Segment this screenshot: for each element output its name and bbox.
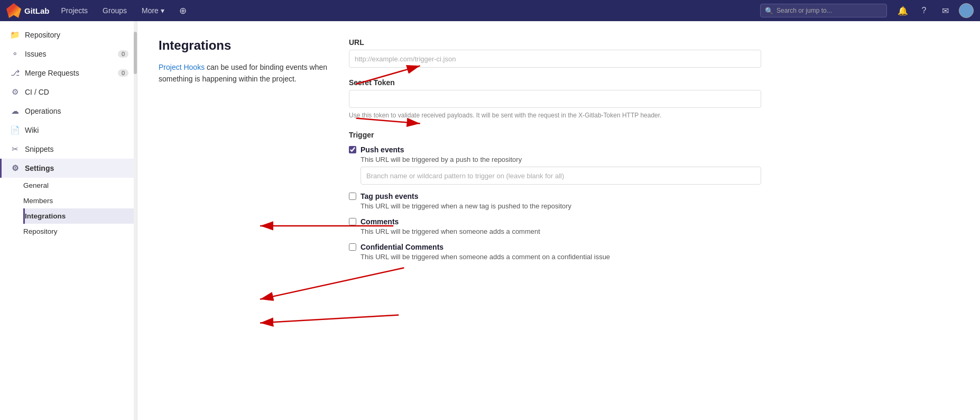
tag-push-events-desc: This URL will be triggered when a new ta… bbox=[349, 202, 761, 210]
confidential-comments-desc: This URL will be triggered when someone … bbox=[349, 253, 761, 261]
main-content: Integrations Project Hooks can be used f… bbox=[137, 21, 980, 420]
confidential-comments-label[interactable]: Confidential Comments bbox=[360, 243, 443, 251]
sidebar-item-settings[interactable]: ⚙ Settings bbox=[0, 159, 137, 178]
page-title: Integrations bbox=[159, 38, 328, 53]
repository-icon: 📁 bbox=[10, 30, 20, 40]
sidebar-item-repository[interactable]: 📁 Repository bbox=[0, 25, 137, 44]
nav-icons-group: 🔔 ? ✉ bbox=[895, 3, 974, 18]
sidebar-sub-repository[interactable]: Repository bbox=[23, 224, 137, 239]
tag-push-events-label[interactable]: Tag push events bbox=[360, 192, 418, 200]
trigger-push-header: Push events bbox=[349, 145, 761, 154]
sidebar-sub-general[interactable]: General bbox=[23, 178, 137, 193]
intro-text: Project Hooks can be used for binding ev… bbox=[159, 61, 328, 85]
scrollbar-track[interactable] bbox=[134, 21, 137, 420]
push-events-checkbox[interactable] bbox=[349, 146, 356, 153]
search-bar[interactable]: 🔍 Search or jump to... bbox=[760, 4, 887, 17]
push-branch-input[interactable] bbox=[360, 167, 761, 185]
chevron-down-icon: ▾ bbox=[161, 6, 164, 15]
sidebar-sub-label: General bbox=[23, 181, 128, 189]
nav-projects[interactable]: Projects bbox=[58, 6, 91, 15]
sidebar-item-label: Merge Requests bbox=[25, 69, 113, 77]
sidebar-item-wiki[interactable]: 📄 Wiki bbox=[0, 121, 137, 140]
tag-push-events-checkbox[interactable] bbox=[349, 193, 356, 200]
secret-token-field-group: Secret Token Use this token to validate … bbox=[349, 78, 761, 120]
bell-icon[interactable]: 🔔 bbox=[895, 3, 910, 18]
snippets-icon: ✂ bbox=[10, 144, 20, 154]
operations-icon: ☁ bbox=[10, 106, 20, 116]
secret-hint: Use this token to validate received payl… bbox=[349, 111, 761, 120]
page-layout: 📁 Repository ⚬ Issues 0 ⎇ Merge Requests… bbox=[0, 21, 980, 420]
sidebar-item-label: CI / CD bbox=[25, 88, 128, 96]
settings-submenu: General Members Integrations Repository bbox=[0, 178, 137, 239]
search-placeholder: Search or jump to... bbox=[776, 7, 832, 14]
scrollbar-thumb[interactable] bbox=[134, 32, 137, 74]
top-navigation: GitLab Projects Groups More ▾ ⊕ 🔍 Search… bbox=[0, 0, 980, 21]
sidebar-item-merge-requests[interactable]: ⎇ Merge Requests 0 bbox=[0, 63, 137, 83]
nav-more[interactable]: More ▾ bbox=[138, 6, 168, 15]
nav-groups[interactable]: Groups bbox=[99, 6, 130, 15]
trigger-comments-header: Comments bbox=[349, 217, 761, 226]
gitlab-logo-icon bbox=[6, 3, 21, 18]
sidebar-item-issues[interactable]: ⚬ Issues 0 bbox=[0, 44, 137, 63]
sidebar-item-snippets[interactable]: ✂ Snippets bbox=[0, 140, 137, 159]
sidebar-item-ci-cd[interactable]: ⚙ CI / CD bbox=[0, 83, 137, 102]
sidebar-item-label: Repository bbox=[25, 31, 128, 39]
issues-badge: 0 bbox=[118, 50, 128, 58]
sidebar-item-label: Snippets bbox=[25, 145, 128, 153]
integrations-form: URL Secret Token Use this token to valid… bbox=[349, 38, 761, 271]
comments-desc: This URL will be triggered when someone … bbox=[349, 227, 761, 235]
trigger-comments: Comments This URL will be triggered when… bbox=[349, 217, 761, 235]
svg-line-5 bbox=[260, 315, 399, 323]
intro-column: Integrations Project Hooks can be used f… bbox=[159, 38, 328, 98]
gitlab-logo[interactable]: GitLab bbox=[6, 3, 50, 18]
trigger-tag-push-header: Tag push events bbox=[349, 192, 761, 200]
svg-line-4 bbox=[260, 268, 404, 299]
sidebar-item-label: Settings bbox=[25, 164, 128, 172]
inbox-icon[interactable]: ✉ bbox=[938, 3, 953, 18]
trigger-confidential-comments: Confidential Comments This URL will be t… bbox=[349, 243, 761, 261]
trigger-push-events: Push events This URL will be triggered b… bbox=[349, 145, 761, 185]
settings-icon: ⚙ bbox=[10, 163, 20, 173]
secret-token-label: Secret Token bbox=[349, 78, 761, 87]
sidebar-sub-members[interactable]: Members bbox=[23, 193, 137, 208]
sidebar: 📁 Repository ⚬ Issues 0 ⎇ Merge Requests… bbox=[0, 21, 137, 420]
gitlab-logo-text: GitLab bbox=[24, 6, 50, 15]
wiki-icon: 📄 bbox=[10, 125, 20, 135]
sidebar-item-label: Operations bbox=[25, 107, 128, 115]
project-hooks-link[interactable]: Project Hooks bbox=[159, 63, 205, 71]
question-icon[interactable]: ? bbox=[917, 3, 931, 18]
content-row: Integrations Project Hooks can be used f… bbox=[159, 38, 959, 271]
trigger-confidential-comments-header: Confidential Comments bbox=[349, 243, 761, 251]
trigger-tag-push-events: Tag push events This URL will be trigger… bbox=[349, 192, 761, 210]
url-input[interactable] bbox=[349, 50, 761, 68]
trigger-label: Trigger bbox=[349, 131, 761, 139]
user-avatar[interactable] bbox=[959, 3, 974, 18]
sidebar-item-label: Wiki bbox=[25, 126, 128, 134]
secret-token-input[interactable] bbox=[349, 90, 761, 108]
url-label: URL bbox=[349, 38, 761, 47]
sidebar-sub-integrations[interactable]: Integrations bbox=[23, 208, 137, 224]
sidebar-sub-label: Integrations bbox=[25, 212, 128, 220]
ci-icon: ⚙ bbox=[10, 87, 20, 97]
sidebar-item-label: Issues bbox=[25, 50, 113, 58]
url-field-group: URL bbox=[349, 38, 761, 68]
merge-icon: ⎇ bbox=[10, 68, 20, 78]
push-events-label[interactable]: Push events bbox=[360, 145, 404, 154]
comments-label[interactable]: Comments bbox=[360, 217, 399, 226]
sidebar-sub-label: Repository bbox=[23, 227, 128, 235]
search-icon: 🔍 bbox=[765, 7, 773, 15]
confidential-comments-checkbox[interactable] bbox=[349, 243, 356, 251]
trigger-group: Trigger Push events This URL will be tri… bbox=[349, 131, 761, 261]
comments-checkbox[interactable] bbox=[349, 218, 356, 225]
sidebar-sub-label: Members bbox=[23, 197, 128, 205]
push-events-desc: This URL will be triggered by a push to … bbox=[349, 156, 761, 163]
nav-help-icon[interactable]: ⊕ bbox=[176, 5, 190, 16]
issues-icon: ⚬ bbox=[10, 49, 20, 59]
sidebar-item-operations[interactable]: ☁ Operations bbox=[0, 102, 137, 121]
merge-badge: 0 bbox=[118, 69, 128, 77]
